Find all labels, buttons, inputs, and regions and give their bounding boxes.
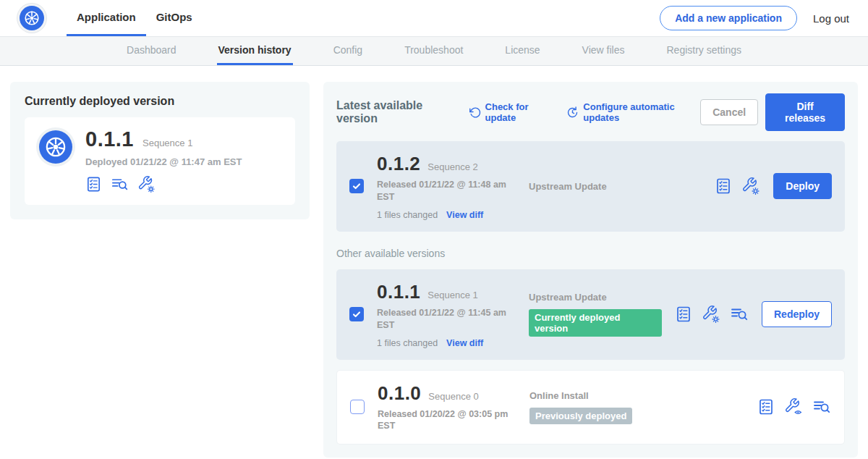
view-config-icon[interactable] [784,397,803,416]
edit-config-icon[interactable] [137,175,156,193]
app-subnav: Dashboard Version history Config Trouble… [0,36,868,66]
version-row-0-1-0: 0.1.0 Sequence 0 Released 01/20/22 @ 03:… [336,370,845,445]
subnav-item-version-history[interactable]: Version history [217,37,293,65]
version-row-0-1-1: 0.1.1 Sequence 1 Released 01/21/22 @ 11:… [336,269,845,360]
version-checkbox[interactable] [350,400,365,414]
edit-config-icon[interactable] [702,305,720,324]
files-changed-label: 1 files changed [377,210,438,220]
preflight-checklist-icon[interactable] [715,177,732,195]
tab-application[interactable]: Application [67,0,146,36]
view-diff-link[interactable]: View diff [446,210,483,220]
subnav-item-license[interactable]: License [503,37,541,65]
app-logo [17,0,46,36]
subnav-item-config[interactable]: Config [332,37,364,65]
add-new-application-button[interactable]: Add a new application [660,6,797,30]
view-logs-icon[interactable] [111,175,129,193]
version-number: 0.1.0 [378,382,421,405]
version-checkbox[interactable] [349,179,364,193]
tab-gitops[interactable]: GitOps [146,0,203,36]
sequence-label: Sequence 2 [427,161,477,172]
redeploy-button[interactable]: Redeploy [762,301,832,327]
logout-link[interactable]: Log out [813,12,849,25]
deployed-version-card: 0.1.1 Sequence 1 Deployed 01/21/22 @ 11:… [25,117,295,205]
top-tabs: Application GitOps [67,0,203,36]
previously-deployed-badge: Previously deployed [529,408,632,424]
kots-admin-console: Application GitOps Add a new application… [0,0,868,459]
preflight-checklist-icon[interactable] [757,398,775,416]
other-available-versions-title: Other available versions [336,248,845,259]
version-number: 0.1.2 [377,153,420,175]
latest-available-title: Latest available version [336,99,456,125]
version-checkbox[interactable] [349,307,364,321]
preflight-checklist-icon[interactable] [675,306,692,323]
view-diff-link[interactable]: View diff [446,338,483,348]
version-source-label: Upstream Update [529,292,662,303]
edit-config-icon[interactable] [741,177,760,195]
currently-deployed-panel: Currently deployed version 0.1.1 Sequenc… [10,82,310,219]
released-timestamp: Released 01/21/22 @ 11:48 am EST [377,179,516,203]
kubernetes-logo-icon [39,130,72,164]
currently-deployed-title: Currently deployed version [25,95,295,108]
preflight-checklist-icon[interactable] [85,176,102,193]
check-for-update-link[interactable]: Check for update [469,101,554,123]
released-timestamp: Released 01/20/22 @ 03:05 pm EST [378,408,516,433]
deployed-version-number: 0.1.1 [85,127,134,151]
subnav-item-dashboard[interactable]: Dashboard [125,37,178,65]
currently-deployed-badge: Currently deployed version [529,309,662,337]
diff-releases-button[interactable]: Diff releases [765,93,845,131]
version-number: 0.1.1 [377,281,420,303]
version-history-panel: Latest available version Check for updat… [323,82,858,458]
version-source-label: Online Install [529,390,744,401]
subnav-item-troubleshoot[interactable]: Troubleshoot [403,37,464,65]
view-logs-icon[interactable] [812,397,831,416]
released-timestamp: Released 01/21/22 @ 11:45 am EST [377,307,516,332]
sequence-label: Sequence 1 [427,290,477,300]
configure-automatic-updates-link[interactable]: Configure automatic updates [566,101,700,123]
view-logs-icon[interactable] [730,305,749,324]
deployed-sequence-label: Sequence 1 [142,138,192,148]
files-changed-label: 1 files changed [377,338,438,348]
auto-update-clock-icon [566,106,579,119]
top-nav: Application GitOps Add a new application… [0,0,868,36]
deploy-button[interactable]: Deploy [773,173,832,199]
main-content: Currently deployed version 0.1.1 Sequenc… [0,66,868,458]
refresh-icon [469,106,481,119]
kubernetes-logo-icon [20,6,44,30]
version-row-0-1-2: 0.1.2 Sequence 2 Released 01/21/22 @ 11:… [336,141,845,232]
subnav-item-registry-settings[interactable]: Registry settings [665,37,743,65]
deployed-timestamp: Deployed 01/21/22 @ 11:47 am EST [85,156,242,167]
version-source-label: Upstream Update [529,181,702,192]
subnav-item-view-files[interactable]: View files [581,37,626,65]
sequence-label: Sequence 0 [428,391,478,402]
cancel-button[interactable]: Cancel [700,99,758,125]
